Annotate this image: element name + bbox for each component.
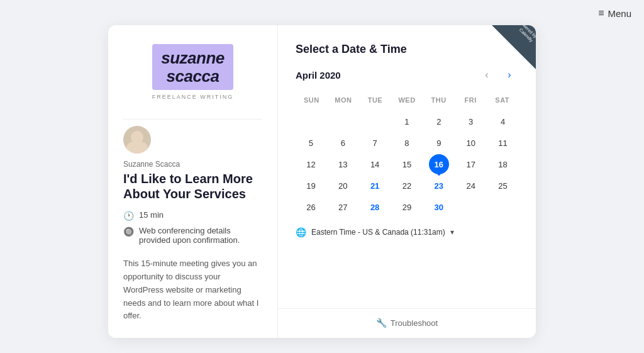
cal-day-9: 9 (429, 133, 449, 153)
timezone-label[interactable]: Eastern Time - US & Canada (11:31am) (311, 228, 445, 237)
logo-box: suzanne scacca (152, 44, 233, 90)
calendar-navigation: ‹ › (478, 66, 518, 84)
day-tue: TUE (359, 94, 391, 106)
avatar-row (123, 126, 262, 154)
globe-icon: 🌐 (296, 227, 306, 237)
cal-day-19: 19 (301, 176, 321, 196)
cal-day-11: 11 (493, 133, 513, 153)
avatar (123, 126, 151, 154)
logo-area: suzanne scacca FREELANCE WRITING (123, 44, 262, 100)
section-title: Select a Date & Time (296, 43, 518, 56)
cal-day-26: 26 (301, 197, 321, 217)
logo-subtitle: FREELANCE WRITING (123, 94, 262, 100)
cal-day-29: 29 (397, 197, 417, 217)
cal-day-16[interactable]: 16 (429, 154, 449, 174)
cal-day-28[interactable]: 28 (365, 197, 385, 217)
cal-day-23[interactable]: 23 (429, 176, 449, 196)
day-fri: FRI (455, 94, 487, 106)
cal-day-24: 24 (461, 176, 481, 196)
cal-day-7: 7 (365, 133, 385, 153)
divider (123, 119, 262, 120)
troubleshoot-footer: 🔧 Troubleshoot (278, 308, 536, 338)
cal-day-22: 22 (397, 176, 417, 196)
cal-day-27: 27 (333, 197, 353, 217)
conferencing-label: Web conferencing details provided upon c… (139, 226, 262, 245)
conferencing-row: 🔘 Web conferencing details provided upon… (123, 226, 262, 245)
person-name: Suzanne Scacca (123, 160, 262, 169)
day-sun: SUN (296, 94, 328, 106)
cal-day-18: 18 (493, 154, 513, 174)
calendar-grid: SUN MON TUE WED THU FRI SAT 1 2 3 4 (296, 94, 518, 217)
page-wrapper: suzanne scacca FREELANCE WRITING Suzanne… (0, 0, 644, 353)
description-text: This 15-minute meeting gives you an oppo… (123, 257, 262, 323)
cal-day-1: 1 (397, 111, 417, 132)
cal-day-3: 3 (461, 111, 481, 132)
cal-day-17: 17 (461, 154, 481, 174)
menu-button[interactable]: Menu (608, 8, 631, 19)
cal-day-4: 4 (493, 111, 513, 132)
menu-icon: ≡ (598, 8, 604, 19)
cal-empty (333, 111, 353, 132)
cal-day-13: 13 (333, 154, 353, 174)
day-wed: WED (391, 94, 423, 106)
cal-day-5: 5 (301, 133, 321, 153)
clock-icon: 🕐 (123, 211, 134, 221)
cal-empty (493, 197, 513, 217)
cal-day-21[interactable]: 21 (365, 176, 385, 196)
wrench-icon: 🔧 (376, 318, 387, 328)
calendar-month: April 2020 (296, 70, 341, 81)
cal-day-25: 25 (493, 176, 513, 196)
calendar-header: April 2020 ‹ › (296, 66, 518, 84)
cal-day-20: 20 (333, 176, 353, 196)
calendly-badge-text: powered byCalendly (514, 25, 536, 43)
logo-name: suzanne scacca (161, 49, 225, 85)
duration-row: 🕐 15 min (123, 210, 262, 221)
cal-day-10: 10 (461, 133, 481, 153)
day-sat: SAT (486, 94, 518, 106)
timezone-selector[interactable]: 🌐 Eastern Time - US & Canada (11:31am) ▾ (296, 227, 518, 237)
booking-card: suzanne scacca FREELANCE WRITING Suzanne… (108, 25, 536, 338)
cal-day-2: 2 (429, 111, 449, 132)
day-thu: THU (423, 94, 455, 106)
meeting-title: I'd Like to Learn More About Your Servic… (123, 171, 262, 201)
video-icon: 🔘 (123, 227, 134, 237)
calendar-days: 1 2 3 4 5 6 7 8 9 10 11 12 13 14 15 (296, 111, 518, 217)
troubleshoot-link[interactable]: Troubleshoot (391, 318, 438, 328)
top-navigation: ≡ Menu (586, 0, 644, 26)
cal-day-14: 14 (365, 154, 385, 174)
cal-empty (461, 197, 481, 217)
left-panel: suzanne scacca FREELANCE WRITING Suzanne… (108, 25, 278, 338)
cal-day-15: 15 (397, 154, 417, 174)
cal-empty (301, 111, 321, 132)
duration-label: 15 min (139, 210, 164, 220)
next-month-button[interactable]: › (501, 66, 518, 84)
cal-empty (365, 111, 385, 132)
day-mon: MON (328, 94, 360, 106)
calendar-day-names: SUN MON TUE WED THU FRI SAT (296, 94, 518, 106)
cal-day-12: 12 (301, 154, 321, 174)
dropdown-arrow-icon: ▾ (450, 228, 454, 237)
cal-day-30[interactable]: 30 (429, 197, 449, 217)
cal-day-8: 8 (397, 133, 417, 153)
prev-month-button[interactable]: ‹ (478, 66, 496, 84)
cal-day-6: 6 (333, 133, 353, 153)
right-panel: powered byCalendly Select a Date & Time … (278, 25, 536, 338)
